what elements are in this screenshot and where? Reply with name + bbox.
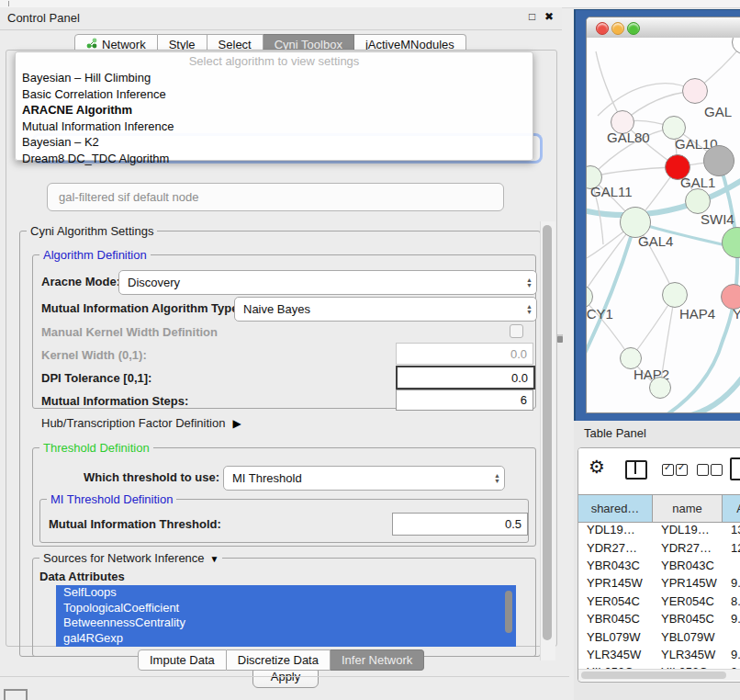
table-row[interactable]: YDL19…YDL19…13 [578, 521, 740, 538]
network-window: GALGAL80GAL10GAL1GAL11SWI4GAL4GCY1HAP4YH… [586, 17, 740, 413]
bottom-left-partial-button[interactable] [4, 689, 28, 700]
algorithm-option[interactable]: Basic Correlation Inference [16, 86, 533, 103]
zoom-traffic-light[interactable] [627, 22, 640, 35]
table-column-header[interactable]: A [723, 495, 740, 522]
stepper-arrows-icon[interactable]: ▲▼ [526, 277, 533, 288]
table-row[interactable]: YPR145WYPR145W9. [578, 574, 740, 592]
table-panel-title: Table Panel [584, 426, 646, 440]
hub-definition-label: Hub/Transcription Factor Definition [41, 416, 225, 430]
cyni-algorithm-settings-title: Cyni Algorithm Settings [27, 224, 157, 238]
table-cell: YBL079W [578, 630, 653, 644]
settings-vertical-scrollbar-thumb[interactable] [543, 225, 552, 640]
mi-steps-field[interactable]: 6 [396, 390, 533, 411]
algorithm-dropdown-popup: Select algorithm to view settings Bayesi… [15, 51, 533, 161]
table-row[interactable]: YDR27…YDR27…12 [578, 538, 740, 556]
hub-definition-section[interactable]: Hub/Transcription Factor Definition▶ [41, 416, 241, 430]
aracne-mode-combobox[interactable]: Discovery ▲▼ [118, 270, 537, 295]
data-attributes-list[interactable]: SelfLoopsTopologicalCoefficientBetweenne… [56, 585, 516, 647]
algorithm-option-list: Bayesian – Hill ClimbingBasic Correlatio… [16, 70, 533, 166]
table-row[interactable]: YBR045CYBR045C9. [578, 610, 740, 627]
panel-title: Control Panel [7, 11, 80, 25]
deselect-all-checkbox-icon[interactable] [697, 464, 709, 476]
network-node-hap4[interactable] [662, 282, 688, 308]
algorithm-option[interactable]: Dream8 DC_TDC Algorithm [16, 151, 533, 167]
deselect-all-checkbox-icon[interactable] [711, 464, 723, 476]
table-row[interactable]: YLR345WYLR345W9. [578, 646, 740, 663]
table-cell: 13 [723, 523, 740, 536]
list-scrollbar-thumb[interactable] [505, 591, 512, 633]
mutual-information-threshold-field[interactable]: 0.5 [392, 513, 528, 536]
select-all-checkbox-icon[interactable]: ✓ [676, 464, 688, 476]
cyni-bottom-tabs: Impute DataDiscretize DataInfer Network [138, 649, 424, 671]
which-threshold-label: Which threshold to use: [84, 470, 219, 484]
network-node-gal[interactable] [682, 78, 708, 104]
table-cell: YBR045C [578, 612, 653, 626]
mi-algorithm-type-combobox[interactable]: Naive Bayes ▲▼ [234, 297, 537, 322]
select-all-checkbox-icon[interactable]: ✓ [662, 464, 674, 476]
table-header-row: shared…nameA [578, 494, 740, 523]
network-canvas[interactable]: GALGAL80GAL10GAL1GAL11SWI4GAL4GCY1HAP4YH… [587, 38, 740, 412]
network-node-swi4[interactable] [685, 188, 711, 214]
table-cell: YDR27… [653, 541, 723, 555]
mutual-information-threshold-label: Mutual Information Threshold: [49, 517, 221, 531]
algorithm-option[interactable]: Bayesian – Hill Climbing [16, 70, 533, 86]
panel-bottom-divider [0, 676, 569, 677]
table-cell: YDL19… [653, 523, 723, 536]
table-cell: YDR27… [578, 541, 653, 555]
table-column-header[interactable]: shared… [578, 495, 653, 522]
network-node[interactable] [703, 145, 734, 176]
collapse-down-icon[interactable]: ▼ [210, 554, 219, 564]
panel-splitter-grip[interactable] [557, 334, 563, 343]
data-attribute-item[interactable]: TopologicalCoefficient [56, 601, 516, 616]
close-traffic-light[interactable] [596, 22, 609, 35]
tab-label: Infer Network [342, 653, 412, 667]
table-toolbar: ⚙ ✓ ✓ [578, 448, 740, 494]
tab-label: Impute Data [150, 653, 215, 667]
node-label: GAL4 [638, 233, 673, 249]
data-attribute-item[interactable]: SelfLoops [56, 585, 516, 601]
dpi-tolerance-label: DPI Tolerance [0,1]: [41, 371, 151, 385]
tab-discretize-data[interactable]: Discretize Data [227, 649, 331, 671]
threshold-definition-title: Threshold Definition [39, 441, 153, 455]
node-label: GCY1 [587, 306, 613, 322]
data-attribute-item[interactable]: gal4RGexp [56, 631, 516, 647]
node-label: SWI4 [701, 211, 734, 227]
node-label: GAL11 [590, 184, 633, 199]
tab-infer-network[interactable]: Infer Network [331, 649, 424, 671]
gear-icon[interactable]: ⚙ [589, 456, 605, 478]
aracne-mode-value: Discovery [128, 276, 180, 289]
table-row[interactable]: YBR043CYBR043C [578, 557, 740, 574]
stepper-arrows-icon[interactable]: ▲▼ [526, 304, 533, 315]
manual-kernel-width-checkbox[interactable] [510, 324, 523, 338]
mi-threshold-definition-title: MI Threshold Definition [47, 492, 176, 506]
dpi-tolerance-field[interactable]: 0.0 [396, 366, 535, 390]
network-node[interactable] [649, 377, 671, 399]
table-horizontal-scrollbar-thumb[interactable] [581, 672, 726, 679]
float-window-icon[interactable]: □ [529, 10, 535, 23]
algorithm-option[interactable]: Mutual Information Inference [16, 119, 533, 135]
expand-right-icon[interactable]: ▶ [232, 417, 241, 430]
tab-impute-data[interactable]: Impute Data [138, 649, 227, 671]
node-label: HAP4 [679, 306, 715, 322]
table-cell: YDL19… [578, 523, 653, 536]
table-row[interactable]: YBL079WYBL079W [578, 627, 740, 645]
algorithm-option[interactable]: ARACNE Algorithm [16, 102, 533, 119]
kernel-width-field[interactable]: 0.0 [396, 343, 533, 365]
table-horizontal-scrollbar[interactable] [578, 669, 740, 681]
top-strip-divider [8, 1, 9, 6]
export-table-icon[interactable] [730, 457, 740, 480]
stepper-arrows-icon[interactable]: ▲▼ [494, 473, 500, 484]
table-cell: YPR145W [578, 576, 653, 590]
sources-title[interactable]: Sources for Network Inference▼ [39, 551, 222, 565]
table-panel-window: ⚙ ✓ ✓ shared…nameA YDL19…YDL19…13YDR27…Y… [577, 447, 740, 683]
table-column-header[interactable]: name [653, 495, 723, 522]
split-columns-icon[interactable] [625, 460, 647, 480]
algorithm-option[interactable]: Bayesian – K2 [16, 134, 533, 151]
node-label: GAL80 [607, 130, 650, 145]
data-attribute-item[interactable]: BetweennessCentrality [56, 615, 516, 631]
minimize-traffic-light[interactable] [611, 22, 624, 35]
network-window-titlebar[interactable] [587, 17, 740, 39]
table-row[interactable]: YER054CYER054C8. [578, 593, 740, 610]
close-icon[interactable]: ✖ [544, 10, 554, 23]
which-threshold-combobox[interactable]: MI Threshold ▲▼ [223, 466, 505, 491]
